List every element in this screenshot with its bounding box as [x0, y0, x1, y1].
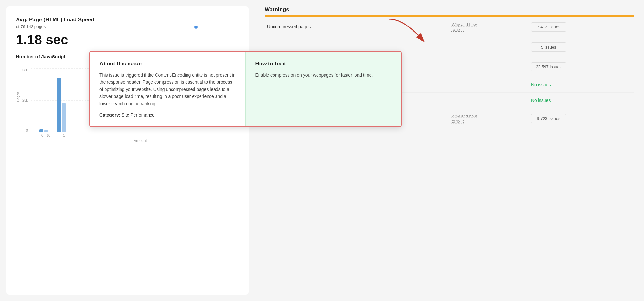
popup-fix-title: How to fix it — [255, 61, 392, 67]
warnings-title: Warnings — [265, 6, 634, 15]
x-axis-labels: 0 - 10 1 — [41, 133, 239, 137]
popup-category-label: Category: — [99, 112, 120, 117]
popup-category: Category: Site Perfomance — [99, 112, 236, 117]
chart-dot-indicator — [194, 26, 198, 29]
chart-title-ellipsis: t — [64, 54, 65, 59]
popup-fix-section: How to fix it Enable compression on your… — [245, 52, 401, 126]
avg-title: Avg. Page (HTML) Load Speed — [16, 17, 239, 23]
issue-count-button-2[interactable]: 5 issues — [531, 42, 566, 52]
bar-light-2 — [62, 103, 66, 132]
no-issues-text-2: No issues — [531, 98, 551, 103]
chart-title-text: Number of JavaScrip — [16, 54, 64, 59]
bar-group-2 — [55, 68, 68, 132]
y-axis-ticks: 50k 25k 0 — [22, 68, 28, 132]
popup-about-body: This issue is triggered if the Content-E… — [99, 71, 236, 107]
bar-group-1 — [37, 68, 50, 132]
popup-overlay: About this issue This issue is triggered… — [89, 51, 402, 127]
y-axis-label: Pages — [16, 92, 20, 102]
x-axis-amount-label: Amount — [41, 139, 239, 143]
avg-subtitle: of 76,142 pages — [16, 24, 239, 29]
chart-line — [140, 32, 198, 32]
bar-blue-2 — [57, 78, 61, 132]
no-issues-text-1: No issues — [531, 82, 551, 87]
x-label-0: 0 - 10 — [41, 133, 50, 137]
issue-count-button-1[interactable]: 7,413 issues — [531, 22, 566, 32]
issue-count-button-3[interactable]: 32,597 issues — [531, 62, 566, 71]
why-how-link-2[interactable]: Why and howto fix it — [452, 114, 477, 124]
main-container: Avg. Page (HTML) Load Speed of 76,142 pa… — [0, 0, 644, 301]
y-tick-0: 0 — [26, 128, 28, 132]
right-panel: Warnings Uncompressed pages Why and howt… — [255, 0, 644, 301]
popup-fix-body: Enable compression on your webpages for … — [255, 71, 392, 79]
y-tick-25k: 25k — [22, 98, 28, 102]
issue-count-button-6[interactable]: 9,723 issues — [531, 114, 566, 123]
popup-about-title: About this issue — [99, 61, 236, 67]
popup-about-section: About this issue This issue is triggered… — [90, 52, 245, 126]
bar-light-1 — [44, 130, 48, 132]
y-tick-50k: 50k — [22, 68, 28, 72]
x-label-1: 1 — [63, 133, 65, 137]
why-how-link-1[interactable]: Why and howto fix it — [452, 22, 477, 32]
avg-value: 1.18 sec — [16, 32, 239, 48]
table-row: Uncompressed pages Why and howto fix it … — [265, 17, 634, 37]
popup-category-value: Site Perfomance — [121, 112, 155, 117]
left-panel: Avg. Page (HTML) Load Speed of 76,142 pa… — [6, 6, 249, 295]
bar-blue-1 — [39, 129, 43, 132]
issue-name-uncompressed: Uncompressed pages — [265, 17, 449, 37]
